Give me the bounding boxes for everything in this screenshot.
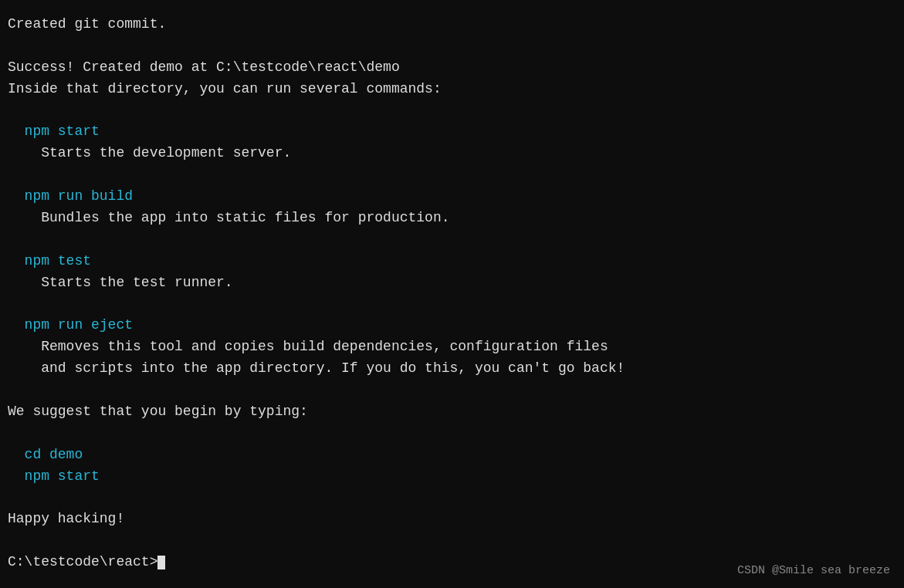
terminal-command-line: cd demo (8, 444, 896, 466)
terminal-text-line: We suggest that you begin by typing: (8, 401, 896, 423)
terminal-blank-line (8, 294, 896, 316)
terminal-blank-line (8, 229, 896, 251)
terminal-command-line: npm start (8, 121, 896, 143)
terminal-text-line: Success! Created demo at C:\testcode\rea… (8, 57, 896, 79)
terminal-text-line: Inside that directory, you can run sever… (8, 79, 896, 100)
terminal-text-line: Happy hacking! (8, 509, 896, 530)
terminal-text-line: Removes this tool and copies build depen… (8, 336, 896, 358)
terminal-text-line: Bundles the app into static files for pr… (8, 208, 896, 229)
watermark: CSDN @Smile sea breeze (737, 564, 890, 577)
terminal-blank-line (8, 530, 896, 552)
terminal-blank-line (8, 100, 896, 122)
terminal-text-line: and scripts into the app directory. If y… (8, 358, 896, 380)
terminal-blank-line (8, 423, 896, 444)
terminal-text-line: Created git commit. (8, 14, 896, 35)
terminal-command-line: npm run build (8, 186, 896, 208)
terminal-output: Created git commit.Success! Created demo… (8, 14, 896, 573)
terminal-blank-line (8, 380, 896, 401)
terminal-cursor (157, 556, 165, 569)
terminal-command-line: npm run eject (8, 315, 896, 336)
terminal-text-line: Starts the development server. (8, 143, 896, 164)
terminal-window: Created git commit.Success! Created demo… (0, 0, 904, 588)
terminal-blank-line (8, 164, 896, 186)
terminal-text-line: Starts the test runner. (8, 272, 896, 294)
terminal-blank-line (8, 35, 896, 57)
terminal-blank-line (8, 488, 896, 509)
terminal-command-line: npm test (8, 251, 896, 272)
terminal-command-line: npm start (8, 466, 896, 488)
